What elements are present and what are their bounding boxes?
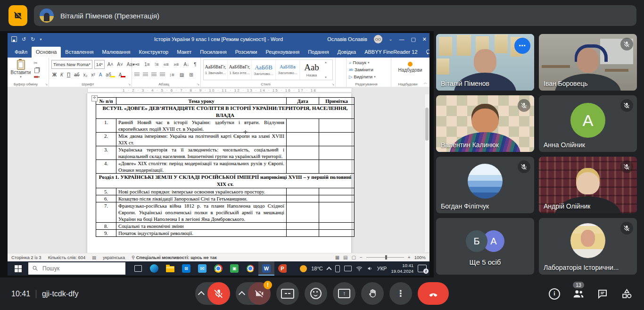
underline-button[interactable]: П <box>66 72 71 77</box>
multilevel-list-icon[interactable]: ⁝≡ <box>154 62 160 67</box>
google-app-icon[interactable] <box>242 261 258 276</box>
tab-help[interactable]: Довідка <box>333 47 361 58</box>
font-name-select[interactable]: Times New Roma▾ <box>51 60 92 69</box>
temperature[interactable]: 18°C <box>311 266 323 271</box>
taskbar-search-input[interactable] <box>28 262 125 275</box>
clipboard-dialog-launcher[interactable]: ↘ <box>45 83 48 86</box>
monitor-icon[interactable] <box>344 266 352 271</box>
language-indicator[interactable]: українська <box>103 255 125 260</box>
volume-icon[interactable] <box>367 266 373 271</box>
print-layout-icon[interactable]: ▤ <box>343 255 347 260</box>
keyboard-language[interactable]: УКР <box>377 266 387 271</box>
tab-draw[interactable]: Малювання <box>98 47 134 58</box>
tab-view[interactable]: Подання <box>304 47 333 58</box>
read-mode-icon[interactable]: ▦ <box>335 255 339 260</box>
word-taskbar-icon[interactable]: W <box>258 261 274 276</box>
overflow-tile[interactable]: Б А Ще 5 осіб <box>436 218 534 275</box>
font-color-button[interactable]: А <box>118 72 127 77</box>
pilcrow-icon[interactable]: ¶ <box>193 62 197 67</box>
web-layout-icon[interactable]: ▢ <box>352 255 356 260</box>
camera-app-icon[interactable]: ▣ <box>226 261 242 276</box>
tab-design[interactable]: Конструктор <box>134 47 173 58</box>
paste-button[interactable]: Вставити▾ <box>10 59 32 79</box>
line-spacing-icon[interactable]: ↕≡ <box>168 72 175 77</box>
collapse-ribbon-icon[interactable]: ︿ <box>423 80 428 86</box>
tab-references[interactable]: Посилання <box>196 47 231 58</box>
presentation-status-button[interactable] <box>8 5 27 26</box>
zoom-level[interactable]: 100% <box>414 255 426 260</box>
style-no-spacing[interactable]: АаБбВвГг, 1 Без інте... <box>228 60 252 80</box>
style-title[interactable]: Aab Назва <box>300 60 323 80</box>
style-heading2[interactable]: АаБбВв Заголово... <box>276 60 300 80</box>
document-page[interactable]: ПЕРШИЙ СЕМЕСТР № п/п Тема уроку Дата При… <box>87 93 351 253</box>
styles-scroll[interactable]: ▲▼ <box>323 60 328 80</box>
close-button[interactable]: ✕ <box>422 36 427 42</box>
shared-screen[interactable]: ↺ ↻ ▾ Історія України 9 клас І сем [Режи… <box>8 33 429 276</box>
word-count[interactable]: Кількість слів: 604 <box>48 255 86 260</box>
style-heading1[interactable]: АаБбВ Заголово... <box>252 60 276 80</box>
numbering-icon[interactable]: 1≡ <box>143 62 150 67</box>
tile-more-options-button[interactable]: ⋯ <box>514 38 530 54</box>
tray-clock[interactable]: 10:4119.04.2024 <box>391 263 413 274</box>
align-left-icon[interactable] <box>134 73 140 77</box>
bold-button[interactable]: Ж <box>51 72 58 77</box>
align-center-icon[interactable] <box>143 73 148 77</box>
captions-button[interactable] <box>276 282 299 305</box>
camera-toggle-button[interactable]: ! <box>248 282 271 305</box>
zoom-out-icon[interactable]: − <box>360 255 363 260</box>
style-normal[interactable]: АаБбВвГг, 1 Звичайн... <box>204 60 228 80</box>
people-button[interactable]: 13 <box>572 288 585 300</box>
page-indicator[interactable]: Сторінка 2 із 3 <box>11 255 41 260</box>
paragraph-dialog-launcher[interactable]: ↘ <box>197 83 199 86</box>
raise-hand-button[interactable] <box>361 282 384 305</box>
mic-options-button[interactable] <box>195 282 207 305</box>
tray-expand-icon[interactable] <box>327 266 331 271</box>
bullets-icon[interactable]: •≡ <box>134 62 140 67</box>
microsoft-store-icon[interactable]: ⊞ <box>178 261 194 276</box>
weather-icon[interactable] <box>300 265 307 272</box>
replace-button[interactable]: abЗамінити <box>349 66 388 73</box>
accessibility-status[interactable]: ⚲ Спеціальні можливості: щось не так <box>132 255 217 260</box>
notifications-icon[interactable]: 2 <box>418 265 427 272</box>
camera-options-button[interactable] <box>236 282 248 305</box>
select-button[interactable]: ▷Виділити▾ <box>349 73 388 80</box>
meeting-details-button[interactable]: i <box>548 288 561 300</box>
file-explorer-icon[interactable] <box>162 261 178 276</box>
zoom-slider-thumb[interactable] <box>385 255 387 260</box>
edge-icon[interactable] <box>146 261 162 276</box>
reactions-button[interactable] <box>305 282 327 305</box>
increase-indent-icon[interactable]: »≡ <box>173 62 180 67</box>
powerpoint-taskbar-icon[interactable]: P <box>274 261 290 276</box>
superscript-button[interactable]: x² <box>90 72 96 77</box>
tab-tellme[interactable]: Допомога <box>422 47 430 58</box>
addins-button[interactable]: Надбудови <box>394 62 427 73</box>
document-scrollbar[interactable] <box>424 94 429 252</box>
styles-dialog-launcher[interactable]: ↘ <box>331 83 334 86</box>
participant-tile[interactable]: Іван Боровець <box>539 34 637 91</box>
highlight-button[interactable]: аб <box>105 72 116 77</box>
scrollbar-thumb[interactable] <box>425 108 429 141</box>
tab-layout[interactable]: Макет <box>173 47 196 58</box>
participant-tile[interactable]: Валентин Калинюк <box>436 95 534 152</box>
font-size-select[interactable]: 14▾ <box>94 60 105 69</box>
account-avatar[interactable]: ОО <box>374 35 382 43</box>
strikethrough-button[interactable]: аб <box>73 72 80 77</box>
participant-tile[interactable]: Андрій Олійник <box>539 157 637 213</box>
zoom-slider[interactable] <box>366 257 404 258</box>
ruler[interactable]: 1 · 2 · 3 · 4 · 5 · 6 · 7 · 8 · 9 · 10 ·… <box>8 87 429 93</box>
subscript-button[interactable]: x₂ <box>82 72 88 77</box>
wifi-icon[interactable] <box>356 266 363 271</box>
participant-tile[interactable]: Богдан Філіпчук <box>436 157 534 213</box>
tab-file[interactable]: Файл <box>10 47 32 58</box>
presenter-pill[interactable]: Віталій Піменов (Презентація) <box>34 5 636 26</box>
decrease-indent-icon[interactable]: «≡ <box>163 62 170 67</box>
tab-review[interactable]: Рецензування <box>261 47 304 58</box>
italic-button[interactable]: К <box>59 72 64 77</box>
copy-icon[interactable] <box>34 68 39 73</box>
restore-button[interactable]: ▢ <box>411 36 415 42</box>
align-right-icon[interactable] <box>151 73 157 77</box>
chat-button[interactable] <box>596 288 609 300</box>
activities-button[interactable] <box>620 288 633 300</box>
mic-mute-button[interactable] <box>207 282 230 305</box>
chrome-icon[interactable] <box>210 261 226 276</box>
